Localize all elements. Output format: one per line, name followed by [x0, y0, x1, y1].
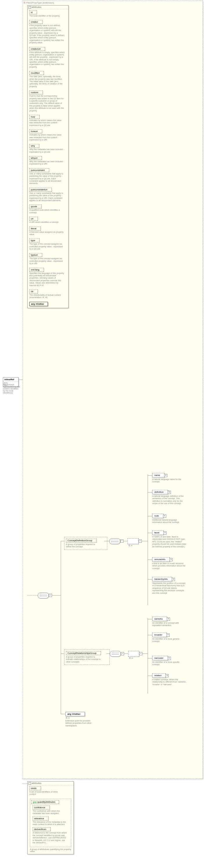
group-desc: A group of properties required to define… [66, 543, 101, 548]
elem-desc: Additional natural language information … [152, 519, 187, 524]
expand-minus-icon[interactable]: − [49, 594, 52, 597]
elem-facet[interactable]: facet+ [152, 530, 164, 535]
attr-item-confidence: confidenceThe confidence with which the … [33, 806, 68, 815]
attr-name: why [29, 144, 39, 148]
elem-desc: A link to an item or a web resource whic… [152, 562, 187, 570]
elem-note[interactable]: note+ [152, 514, 163, 518]
occurrence-label: 0..∞ [66, 717, 70, 719]
attr-desc: If set to true the corresponding propert… [29, 95, 65, 112]
attr-item-how: howIndicates by which means the value wa… [29, 115, 66, 127]
elem-desc: An identifier of a more generic concept. [152, 638, 186, 643]
group-desc: A group of properties required to indica… [66, 656, 101, 663]
elem-desc: An identifier of a concept with equivale… [152, 622, 186, 627]
elem-desc: A related concept, where the relationshi… [152, 679, 186, 686]
attr-name: how [29, 115, 39, 119]
attr-desc: Why the metadata has been included - exp… [29, 160, 65, 165]
attr-desc: A set of local identifiers of inline con… [29, 791, 65, 796]
expand-plus-icon[interactable]: + [172, 578, 175, 581]
connector-line [148, 474, 148, 605]
attr-name: pubconstrainturi [29, 188, 52, 191]
choice-connector [128, 651, 139, 657]
any-element-desc: Extension point for provider-defined pro… [65, 720, 97, 727]
attributes-panel-head[interactable]: − attributes [28, 5, 68, 9]
expand-plus-icon[interactable]: + [163, 515, 166, 518]
attr-desc: The type of the concept assigned as cont… [29, 243, 65, 250]
attr-name: typeuri [29, 253, 42, 257]
attr-item-id: idThe local identifier of the property. [29, 10, 66, 17]
expand-minus-icon[interactable]: − [28, 782, 31, 785]
elem-hierarchyInfo[interactable]: hierarchyInfo+ [152, 577, 172, 581]
attr-name: type [29, 239, 39, 242]
attr-desc: Indicates by which means the value was e… [29, 119, 65, 127]
bottom-attributes-label: attributes [32, 782, 41, 784]
expand-minus-icon[interactable]: − [139, 652, 142, 655]
connector-line [148, 618, 148, 693]
attr-item-literal: literalA free-text value assigned as pro… [29, 227, 66, 236]
concept-definition-group: ConceptDefinitionGroup A group of proper… [64, 537, 107, 550]
expand-minus-icon[interactable]: − [28, 6, 31, 9]
expand-plus-icon[interactable]: + [165, 674, 169, 677]
attr-item-dir: dirThe directionality of textual content… [29, 290, 66, 299]
attr-name: custom [29, 91, 43, 94]
attr-item-why: whyWhy the metadata has been included - … [29, 144, 66, 153]
expand-plus-icon[interactable]: + [169, 558, 173, 561]
attr-item-relevance: relevanceThe relevance of the metadata t… [33, 817, 68, 826]
connector-line [123, 541, 127, 541]
attr-desc: A qualified code which identifies a conc… [29, 209, 65, 214]
attr-item-pubconstrainturi: pubconstrainturiOne or many constraints … [29, 188, 66, 202]
concept-relationships-group: ConceptRelationshipsGroup A group of pro… [64, 649, 110, 665]
root-element-desc: The concept represented by the content i… [3, 384, 20, 394]
attr-item-xmllang: xml:langSpecifies the language of this p… [29, 268, 66, 287]
elem-narrower[interactable]: narrower+ [152, 656, 168, 660]
attr-item-whyuri: whyuriWhy the metadata has been included… [29, 156, 66, 165]
connector-line [148, 635, 152, 635]
attr-name: literal [29, 227, 41, 230]
expand-minus-icon[interactable]: − [120, 539, 123, 543]
attr-item-qcode: qcodeA qualified code which identifies a… [29, 205, 66, 214]
elem-remoteInfo[interactable]: remoteInfo+ [152, 557, 170, 562]
extension-label: ⊞ Flex1PropType (extension) [24, 1, 54, 4]
expand-plus-icon[interactable]: + [163, 531, 167, 534]
expand-plus-icon[interactable]: + [168, 491, 171, 494]
expand-minus-icon[interactable]: − [139, 539, 142, 543]
quantify-group-desc: A group of attributues quantifying the p… [30, 848, 71, 852]
elem-definition[interactable]: definition+ [152, 490, 168, 494]
bottom-attributes-panel: − attributes idrefs A set of local ident… [27, 781, 74, 855]
group-prefix: grp: [33, 801, 37, 803]
expand-minus-icon[interactable]: − [121, 652, 124, 655]
occurrence-label: 0..∞ [129, 545, 133, 547]
elem-broader[interactable]: broader+ [152, 633, 167, 637]
group-label: ConceptDefinitionGroup [66, 538, 96, 542]
attr-item-derivedfrom: derivedfromA reference to the concept fr… [33, 827, 68, 844]
attr-name: relevance [33, 817, 49, 820]
connector-line [104, 541, 109, 541]
attr-item-creatoruri: creatoruriIf the attribute is empty, spe… [29, 47, 66, 68]
connector-line [61, 541, 64, 541]
elem-sameAs[interactable]: sameAs+ [152, 617, 167, 621]
attr-name: qcode [29, 205, 41, 208]
elem-desc: In NAR 1.8 and later, facet is deprecate… [152, 536, 187, 548]
elem-related[interactable]: related+ [152, 673, 166, 678]
sequence-connector [38, 593, 49, 598]
attr-name: whyuri [29, 156, 42, 160]
connector-line [52, 595, 61, 595]
expand-plus-icon[interactable]: + [168, 657, 171, 660]
attr-desc: The date (and, optionally, the time) whe… [29, 75, 65, 88]
attributes-label: attributes [32, 6, 41, 8]
expand-plus-icon[interactable]: + [167, 633, 170, 637]
extension-label-text: Flex1PropType (extension) [26, 1, 54, 4]
bottom-panel-head[interactable]: − attributes [28, 781, 74, 785]
group-label: ConceptRelationshipsGroup [66, 651, 101, 655]
elem-desc: Represents the position of a concept in … [152, 582, 187, 594]
attr-name: howuri [29, 129, 42, 133]
attr-item-type: typeThe type of the concept assigned as … [29, 239, 66, 250]
attr-item-pubconstraint: pubconstraintOne or many constraints tha… [29, 168, 66, 185]
elem-desc: A natural language definition of the sem… [152, 495, 187, 505]
expand-plus-icon[interactable]: + [164, 474, 167, 477]
elem-name[interactable]: name+ [152, 473, 165, 477]
nested-group-label: grp:quantifyAttributes [31, 800, 59, 804]
attr-item-howuri: howuriIndicates by which means the value… [29, 129, 66, 141]
connector-line [148, 559, 152, 560]
connector-line [148, 533, 152, 533]
expand-plus-icon[interactable]: + [167, 618, 170, 621]
